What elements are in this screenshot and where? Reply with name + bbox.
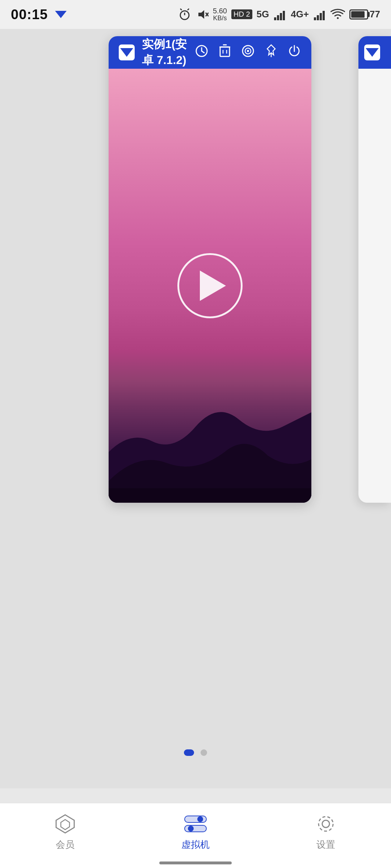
clock-icon[interactable]: [195, 44, 209, 61]
virtual-label: 虚拟机: [181, 838, 210, 851]
vm-card-partial-body: [358, 69, 391, 503]
speed-unit: KB/s: [213, 15, 227, 22]
svg-rect-10: [280, 13, 282, 20]
signal-icon-1: [273, 8, 286, 21]
svg-line-3: [180, 9, 182, 10]
svg-point-43: [319, 817, 333, 831]
status-bar: 00:15 5.60 KB/s HD 2 5G: [0, 0, 391, 29]
alarm-icon: [178, 8, 191, 21]
nav-item-virtual[interactable]: 虚拟机: [130, 813, 261, 851]
svg-rect-14: [320, 13, 322, 20]
vm-card-header: 实例1(安卓 7.1.2): [109, 36, 311, 69]
member-label: 会员: [56, 838, 75, 851]
page-indicators: [0, 739, 391, 767]
member-icon: [54, 813, 76, 835]
record-icon[interactable]: [241, 44, 255, 61]
status-bar-left: 00:15: [11, 7, 68, 22]
signal-icon-2: [313, 8, 326, 21]
status-time: 00:15: [11, 7, 48, 22]
svg-marker-5: [198, 10, 204, 19]
trash-icon[interactable]: [219, 44, 231, 61]
svg-marker-0: [55, 11, 67, 18]
battery-indicator: 77: [349, 9, 380, 20]
svg-rect-9: [277, 15, 279, 20]
page-dot-2[interactable]: [201, 749, 207, 756]
vm-card-main: 实例1(安卓 7.1.2): [109, 36, 311, 503]
bottom-nav: 会员 虚拟机 设置: [0, 803, 391, 868]
svg-line-4: [188, 9, 189, 10]
svg-rect-8: [274, 17, 276, 20]
svg-rect-12: [314, 17, 316, 20]
status-bar-right: 5.60 KB/s HD 2 5G 4G+: [178, 7, 380, 22]
nav-item-settings[interactable]: 设置: [261, 813, 391, 851]
nav-item-member[interactable]: 会员: [0, 813, 130, 851]
svg-rect-13: [317, 15, 319, 20]
svg-marker-35: [61, 820, 70, 830]
v-dropdown-icon: [54, 7, 68, 22]
vm-partial-logo: [364, 44, 380, 60]
network-speed: 5.60 KB/s: [213, 7, 227, 22]
power-icon[interactable]: [287, 44, 301, 61]
svg-rect-11: [283, 11, 285, 20]
svg-point-28: [247, 50, 249, 52]
svg-rect-21: [220, 47, 230, 56]
vm-screen: [109, 69, 311, 503]
speed-value: 5.60: [213, 7, 227, 15]
virtual-machine-icon: [183, 813, 208, 835]
svg-point-41: [188, 826, 194, 831]
settings-icon: [315, 813, 337, 835]
play-triangle-icon: [200, 271, 226, 301]
svg-rect-31: [109, 488, 311, 503]
svg-line-20: [202, 51, 204, 53]
home-indicator: [159, 861, 232, 864]
svg-point-38: [197, 816, 203, 822]
svg-point-42: [322, 820, 329, 827]
4g-label: 4G+: [291, 9, 309, 20]
vm-logo-icon: [119, 44, 135, 60]
mute-icon: [196, 8, 209, 21]
pin-icon[interactable]: [265, 44, 277, 61]
vm-card-partial-header: [358, 36, 391, 69]
hd-badge: HD 2: [231, 9, 252, 19]
vm-title: 实例1(安卓 7.1.2): [142, 37, 188, 68]
vm-header-actions: [195, 44, 301, 61]
page-dot-1[interactable]: [184, 749, 194, 756]
battery-percent: 77: [370, 9, 380, 20]
play-button[interactable]: [177, 253, 243, 318]
mountain-silhouette: [109, 380, 311, 503]
vm-card-partial: [358, 36, 391, 503]
svg-rect-15: [323, 11, 325, 20]
main-area: 实例1(安卓 7.1.2): [0, 29, 391, 788]
5g-label: 5G: [257, 9, 269, 20]
wifi-icon: [331, 8, 345, 21]
settings-label: 设置: [316, 838, 335, 851]
